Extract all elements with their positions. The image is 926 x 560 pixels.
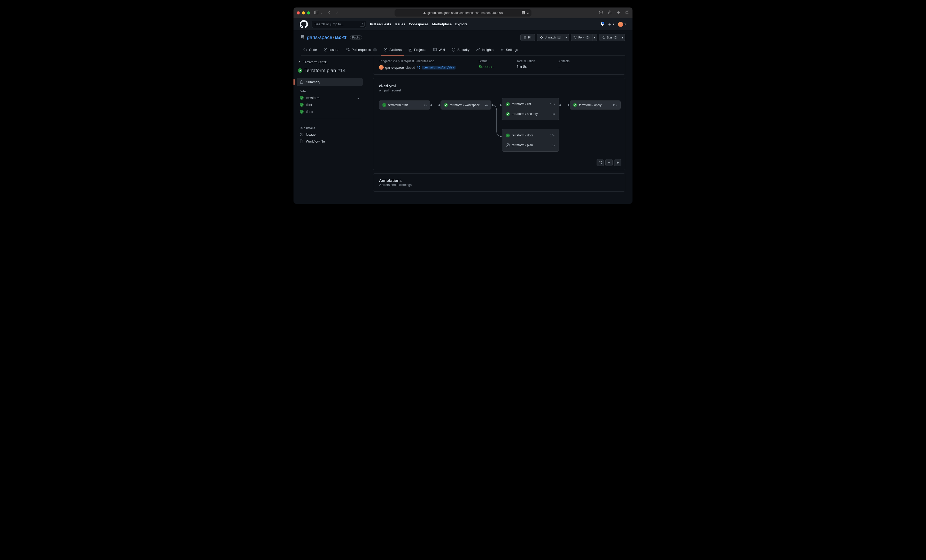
node-apply[interactable]: terraform / apply11s — [570, 100, 620, 109]
tab-security[interactable]: Security — [449, 46, 472, 55]
chevron-down-icon[interactable]: ⌄ — [320, 12, 322, 14]
avatar — [379, 65, 384, 70]
pr-link[interactable]: #6 — [417, 66, 421, 70]
status-value: Success — [479, 64, 493, 69]
port-icon — [430, 104, 432, 106]
annotations-title: Annotations — [379, 178, 619, 183]
address-bar[interactable]: github.com/garis-space/iac-tf/actions/ru… — [395, 9, 531, 17]
check-icon — [298, 68, 302, 73]
reload-icon[interactable] — [526, 11, 530, 15]
port-icon — [567, 104, 569, 106]
check-icon — [444, 103, 448, 107]
node-workspace[interactable]: terraform / workspace4s — [440, 100, 492, 109]
user-menu[interactable]: ▼ — [618, 22, 626, 27]
job-terraform[interactable]: terraform⌄ — [297, 94, 363, 101]
run-summary: Triggered via pull request 5 minutes ago… — [373, 56, 625, 75]
search-input[interactable]: Search or jump to... / — [312, 21, 366, 28]
avatar — [618, 22, 623, 27]
sidebar-toggle-icon[interactable] — [314, 10, 318, 15]
unwatch-dropdown[interactable]: ▾ — [564, 34, 569, 41]
sidebar-workflow-file[interactable]: Workflow file — [297, 138, 363, 145]
url-text: github.com/garis-space/iac-tf/actions/ru… — [427, 11, 503, 15]
jobs-heading: Jobs — [297, 86, 363, 94]
tabs-icon[interactable] — [625, 10, 629, 15]
chevron-down-icon[interactable]: ⌄ — [357, 96, 360, 100]
downloads-icon[interactable] — [599, 10, 603, 15]
star-button[interactable]: Star0 — [599, 34, 620, 41]
translate-icon[interactable]: 🅰 — [522, 11, 525, 15]
actor-link[interactable]: garis-space — [385, 66, 404, 70]
notifications-icon[interactable] — [600, 22, 604, 27]
zoom-out-button[interactable]: − — [605, 159, 613, 166]
browser-titlebar: ⌄ github.com/garis-space/iac-tf/actions/… — [294, 8, 632, 18]
back-to-workflow[interactable]: Terraform CI/CD — [297, 59, 363, 66]
fork-dropdown[interactable]: ▾ — [592, 34, 598, 41]
pin-button[interactable]: Pin — [520, 34, 535, 41]
node-group-1: terraform / lint10s terraform / security… — [502, 98, 559, 120]
node-plan[interactable]: terraform / plan0s — [505, 142, 556, 149]
svg-point-8 — [501, 49, 503, 50]
node-lint[interactable]: terraform / lint10s — [505, 100, 556, 108]
tab-actions[interactable]: Actions — [381, 46, 404, 55]
sidebar-usage[interactable]: Usage — [297, 131, 363, 138]
check-icon — [506, 133, 510, 138]
sidebar-summary[interactable]: Summary — [297, 78, 363, 86]
slash-key-icon: / — [360, 22, 365, 27]
node-fmt[interactable]: terraform / fmt7s — [379, 100, 430, 109]
tab-insights[interactable]: Insights — [474, 46, 496, 55]
node-docs[interactable]: terraform / docs14s — [505, 132, 556, 139]
tab-wiki[interactable]: Wiki — [430, 46, 448, 55]
workflow-title: Terraform plan #14 — [297, 67, 363, 74]
node-security[interactable]: terraform / security9s — [505, 110, 556, 118]
fork-button[interactable]: Fork0 — [571, 34, 592, 41]
tab-projects[interactable]: Projects — [406, 46, 429, 55]
run-details-heading: Run details — [297, 123, 363, 131]
workflow-file-name[interactable]: ci-cd.yml — [379, 84, 619, 88]
new-tab-icon[interactable] — [616, 10, 620, 15]
window-close[interactable] — [297, 11, 300, 14]
check-icon — [506, 112, 510, 116]
nav-issues[interactable]: Issues — [395, 22, 405, 26]
branch-badge[interactable]: terraform/plan/dev — [422, 66, 455, 70]
plus-dropdown[interactable]: ▼ — [608, 23, 614, 26]
share-icon[interactable] — [608, 10, 612, 15]
job-tflint[interactable]: tflint — [297, 101, 363, 108]
annotations-sub: 2 errors and 3 warnings — [379, 183, 619, 187]
check-icon — [506, 102, 510, 106]
window-zoom[interactable] — [307, 11, 310, 14]
nav-marketplace[interactable]: Marketplace — [432, 22, 452, 26]
forward-icon[interactable] — [335, 10, 339, 15]
repo-link[interactable]: iac-tf — [335, 35, 346, 40]
tab-settings[interactable]: Settings — [498, 46, 520, 55]
lock-icon — [423, 12, 426, 14]
breadcrumb: garis-space/iac-tf — [307, 35, 346, 40]
search-placeholder: Search or jump to... — [315, 22, 343, 26]
tab-pull-requests[interactable]: Pull requests1 — [343, 46, 380, 55]
back-icon[interactable] — [328, 10, 332, 15]
skip-icon — [506, 143, 510, 147]
window-minimize[interactable] — [302, 11, 305, 14]
nav-explore[interactable]: Explore — [455, 22, 468, 26]
artifacts-value: – — [558, 64, 569, 69]
port-icon — [500, 136, 501, 137]
unwatch-button[interactable]: Unwatch1 — [537, 34, 564, 41]
check-icon — [383, 103, 386, 107]
nav-pull-requests[interactable]: Pull requests — [370, 22, 391, 26]
owner-link[interactable]: garis-space — [307, 35, 332, 40]
check-icon — [300, 96, 304, 100]
tab-issues[interactable]: Issues — [321, 46, 342, 55]
port-icon — [492, 104, 493, 106]
duration-value[interactable]: 1m 8s — [516, 64, 535, 69]
zoom-in-button[interactable]: + — [614, 159, 621, 166]
tab-code[interactable]: Code — [301, 46, 319, 55]
nav-codespaces[interactable]: Codespaces — [409, 22, 429, 26]
visibility-badge: Public — [350, 35, 362, 39]
job-tfsec[interactable]: tfsec — [297, 108, 363, 115]
workflow-trigger: on: pull_request — [379, 89, 619, 92]
port-icon — [439, 104, 440, 106]
svg-point-5 — [325, 49, 326, 50]
fullscreen-button[interactable] — [596, 159, 604, 166]
github-logo-icon[interactable] — [300, 20, 308, 29]
repo-icon — [301, 35, 305, 40]
star-dropdown[interactable]: ▾ — [620, 34, 625, 41]
